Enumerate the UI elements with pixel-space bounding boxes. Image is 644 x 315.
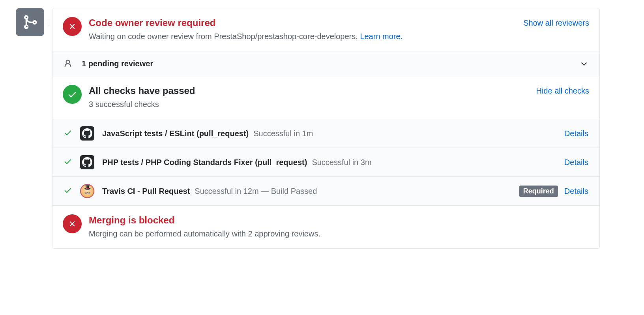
check-icon xyxy=(67,90,77,99)
check-details-link[interactable]: Details xyxy=(564,158,588,167)
check-right-group: Details xyxy=(564,129,588,138)
check-status: Successful in 1m xyxy=(253,129,313,138)
check-text: JavaScript tests / ESLint (pull_request)… xyxy=(102,129,556,138)
merge-status-box: Code owner review required Waiting on co… xyxy=(52,8,600,249)
check-row: 🎩👓Travis CI - Pull RequestSuccessful in … xyxy=(52,177,599,206)
check-row: PHP tests / PHP Coding Standards Fixer (… xyxy=(52,148,599,177)
pending-reviewer-row[interactable]: 1 pending reviewer xyxy=(52,51,599,76)
x-icon xyxy=(68,219,77,228)
github-avatar-icon xyxy=(80,126,94,141)
hide-all-checks-link[interactable]: Hide all checks xyxy=(536,86,589,96)
x-icon xyxy=(68,22,77,31)
github-avatar-icon xyxy=(80,155,94,169)
review-subtext-text: Waiting on code owner review from Presta… xyxy=(89,32,360,41)
success-status-icon xyxy=(63,85,82,104)
error-status-icon xyxy=(63,214,82,233)
required-badge: Required xyxy=(519,186,558,197)
show-all-reviewers-link[interactable]: Show all reviewers xyxy=(523,19,589,28)
person-icon xyxy=(64,58,72,69)
check-right-group: RequiredDetails xyxy=(519,186,588,197)
check-right-group: Details xyxy=(564,158,588,167)
check-text: Travis CI - Pull RequestSuccessful in 12… xyxy=(102,187,511,196)
git-merge-badge xyxy=(16,8,44,36)
review-required-section: Code owner review required Waiting on co… xyxy=(52,8,599,51)
check-row: JavaScript tests / ESLint (pull_request)… xyxy=(52,119,599,148)
checks-passed-subtext: 3 successful checks xyxy=(89,98,529,110)
check-details-link[interactable]: Details xyxy=(564,129,588,138)
check-details-link[interactable]: Details xyxy=(564,187,588,196)
check-success-icon xyxy=(64,186,72,196)
error-status-icon xyxy=(63,17,82,36)
merging-blocked-subtext: Merging can be performed automatically w… xyxy=(89,228,589,240)
check-name: JavaScript tests / ESLint (pull_request) xyxy=(102,129,249,138)
check-text: PHP tests / PHP Coding Standards Fixer (… xyxy=(102,158,556,167)
review-required-subtext: Waiting on code owner review from Presta… xyxy=(89,30,516,42)
check-name: PHP tests / PHP Coding Standards Fixer (… xyxy=(102,158,307,167)
pending-reviewer-label: 1 pending reviewer xyxy=(82,59,570,68)
travis-avatar-icon: 🎩👓 xyxy=(80,184,94,198)
merging-blocked-title: Merging is blocked xyxy=(89,214,589,226)
checks-passed-title: All checks have passed xyxy=(89,85,529,97)
chevron-down-icon xyxy=(580,59,588,68)
learn-more-link[interactable]: Learn more. xyxy=(360,32,402,41)
review-required-title: Code owner review required xyxy=(89,17,516,29)
check-success-icon xyxy=(64,157,72,167)
git-merge-icon xyxy=(22,14,38,30)
check-success-icon xyxy=(64,128,72,139)
merging-blocked-section: Merging is blocked Merging can be perfor… xyxy=(52,206,599,249)
check-status: Successful in 12m — Build Passed xyxy=(195,187,317,196)
checks-passed-section: All checks have passed 3 successful chec… xyxy=(52,76,599,119)
check-name: Travis CI - Pull Request xyxy=(102,187,190,196)
check-status: Successful in 3m xyxy=(312,158,371,167)
